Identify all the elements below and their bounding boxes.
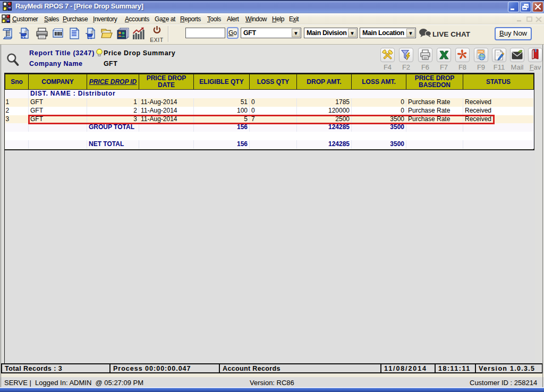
svg-text:HTML: HTML bbox=[478, 50, 484, 53]
